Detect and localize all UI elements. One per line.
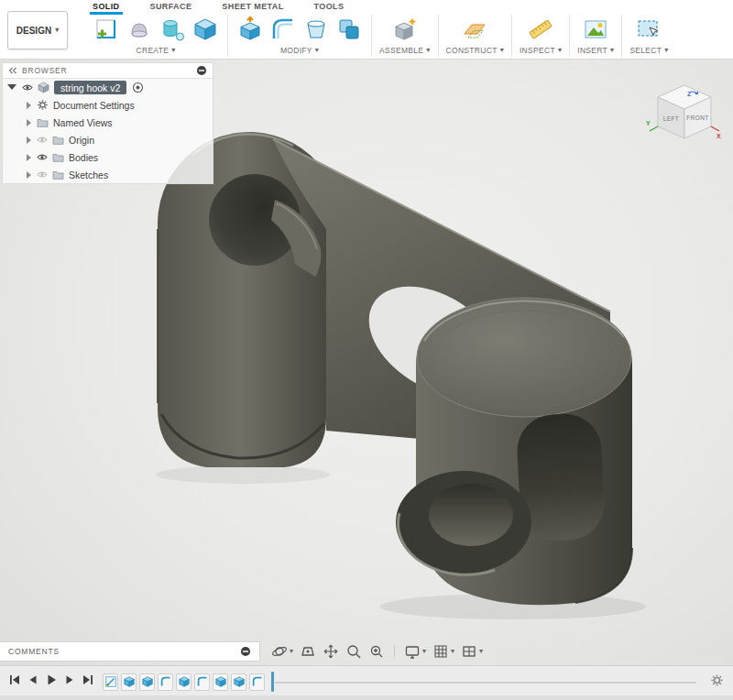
viewcube-front-label: FRONT — [686, 115, 708, 121]
collapse-panel-icon[interactable] — [8, 67, 17, 74]
orbit-tool[interactable]: ▾ — [271, 643, 293, 660]
expander-icon[interactable] — [27, 119, 31, 126]
browser-item-label: Sketches — [69, 170, 108, 180]
expander-open-icon[interactable] — [7, 84, 16, 93]
comments-bar[interactable]: COMMENTS — [0, 641, 260, 662]
assemble-menu[interactable]: ASSEMBLE ▾ — [379, 46, 431, 55]
browser-row-document-settings[interactable]: Document Settings — [3, 96, 213, 114]
create-menu-label: CREATE — [137, 46, 170, 55]
measure-icon[interactable] — [526, 15, 555, 44]
visibility-eye-off-icon[interactable] — [37, 136, 48, 144]
navigation-toolbar: ▾ ▾ ▾ ▾ — [271, 641, 483, 662]
timeline-bar — [0, 665, 733, 700]
pan-tool[interactable] — [323, 643, 339, 660]
select-menu[interactable]: SELECT ▾ — [629, 46, 668, 55]
activate-component-radio-icon[interactable] — [132, 82, 144, 93]
expander-icon[interactable] — [27, 102, 31, 109]
folder-icon — [52, 136, 64, 145]
expander-icon[interactable] — [27, 137, 31, 144]
timeline-solid-feature-icon[interactable] — [231, 673, 246, 691]
browser-row-bodies[interactable]: Bodies — [3, 148, 213, 166]
modify-menu[interactable]: MODIFY ▾ — [280, 46, 319, 55]
toolbar-group-insert: INSERT ▾ — [570, 14, 621, 55]
timeline-solid-feature-icon[interactable] — [158, 673, 173, 691]
step-back-button[interactable] — [26, 673, 39, 687]
press-pull-icon[interactable] — [235, 15, 265, 44]
zoom-tool[interactable] — [345, 643, 362, 660]
display-settings-toggle-icon[interactable] — [196, 65, 207, 76]
pan-icon — [323, 643, 339, 660]
inspect-menu[interactable]: INSPECT ▾ — [520, 46, 562, 55]
tab-solid[interactable]: SOLID — [90, 0, 123, 15]
construction-plane-icon[interactable] — [460, 15, 489, 44]
orbit-icon — [271, 643, 288, 660]
insert-menu-label: INSERT — [577, 46, 607, 55]
timeline-settings-gear-icon[interactable] — [710, 673, 724, 691]
display-settings-icon — [404, 643, 421, 660]
visibility-eye-off-icon[interactable] — [37, 170, 48, 179]
comments-toggle-icon[interactable] — [240, 646, 251, 657]
select-window-icon[interactable] — [634, 15, 663, 44]
tab-tools[interactable]: TOOLS — [312, 0, 347, 15]
insert-menu[interactable]: INSERT ▾ — [577, 46, 614, 55]
inspect-menu-label: INSPECT — [520, 46, 555, 55]
toolbar-group-create: CREATE ▾ — [84, 14, 227, 55]
toolbar-group-inspect: INSPECT ▾ — [512, 14, 569, 55]
look-at-tool[interactable] — [300, 643, 316, 660]
viewcube-left-label: LEFT — [663, 115, 680, 122]
chevron-down-icon: ▾ — [55, 27, 59, 34]
browser-row-origin[interactable]: Origin — [3, 131, 213, 148]
timeline-solid-feature-icon[interactable] — [213, 673, 228, 691]
visibility-eye-icon[interactable] — [22, 83, 33, 92]
primitive-box-icon[interactable] — [191, 15, 220, 44]
axis-x-line — [711, 126, 719, 131]
derive-icon[interactable] — [158, 15, 187, 44]
expander-icon[interactable] — [27, 171, 31, 179]
timeline-sketch-feature-icon[interactable] — [103, 673, 118, 691]
tab-surface[interactable]: SURFACE — [148, 0, 195, 15]
create-sketch-icon[interactable] — [92, 15, 121, 44]
skip-to-end-button[interactable] — [81, 673, 94, 687]
chevron-down-icon: ▾ — [558, 47, 562, 54]
shell-icon[interactable] — [301, 15, 331, 44]
display-settings-tool[interactable]: ▾ — [404, 643, 426, 660]
combine-icon[interactable] — [334, 15, 364, 44]
timeline-solid-feature-icon[interactable] — [121, 673, 137, 691]
timeline-solid-feature-icon[interactable] — [139, 673, 155, 691]
step-forward-button[interactable] — [62, 673, 76, 687]
design-workspace-dropdown[interactable]: DESIGN ▾ — [7, 11, 68, 49]
grid-and-snaps-tool[interactable]: ▾ — [432, 643, 454, 660]
timeline-playback-controls — [7, 673, 94, 687]
chevron-down-icon: ▾ — [171, 47, 175, 54]
timeline-track[interactable] — [275, 682, 696, 684]
skip-to-start-button[interactable] — [7, 673, 21, 687]
toolbar-separator — [394, 645, 395, 658]
folder-icon — [37, 118, 49, 127]
expander-icon[interactable] — [27, 154, 31, 161]
browser-row-named-views[interactable]: Named Views — [3, 114, 213, 131]
play-button[interactable] — [44, 673, 58, 687]
browser-row-document[interactable]: string hook v2 — [3, 79, 213, 96]
tab-sheet-metal[interactable]: SHEET METAL — [219, 0, 286, 15]
insert-canvas-icon[interactable] — [581, 15, 610, 44]
viewcube[interactable]: Z LEFT FRONT Y X — [645, 78, 726, 159]
viewports-tool[interactable]: ▾ — [461, 643, 483, 660]
axis-x-label: X — [717, 133, 721, 139]
top-toolbar: SOLID SURFACE SHEET METAL TOOLS DESIGN ▾ — [0, 0, 733, 60]
fit-tool[interactable] — [368, 643, 385, 660]
browser-row-sketches[interactable]: Sketches — [3, 166, 213, 183]
comments-label: COMMENTS — [8, 647, 60, 656]
timeline-solid-feature-icon[interactable] — [176, 673, 191, 691]
3d-viewport[interactable]: BROWSER string hook v2 — [0, 60, 733, 665]
document-name[interactable]: string hook v2 — [54, 81, 126, 94]
visibility-eye-icon[interactable] — [37, 153, 48, 161]
new-component-icon[interactable] — [390, 15, 420, 44]
grid-icon — [432, 643, 449, 660]
construct-menu[interactable]: CONSTRUCT ▾ — [446, 46, 504, 55]
create-menu[interactable]: CREATE ▾ — [137, 46, 176, 55]
timeline-position-marker[interactable] — [271, 672, 274, 692]
create-form-icon[interactable] — [125, 15, 154, 44]
fillet-icon[interactable] — [268, 15, 298, 44]
timeline-solid-feature-icon[interactable] — [194, 673, 210, 691]
timeline-solid-feature-icon[interactable] — [249, 673, 265, 691]
